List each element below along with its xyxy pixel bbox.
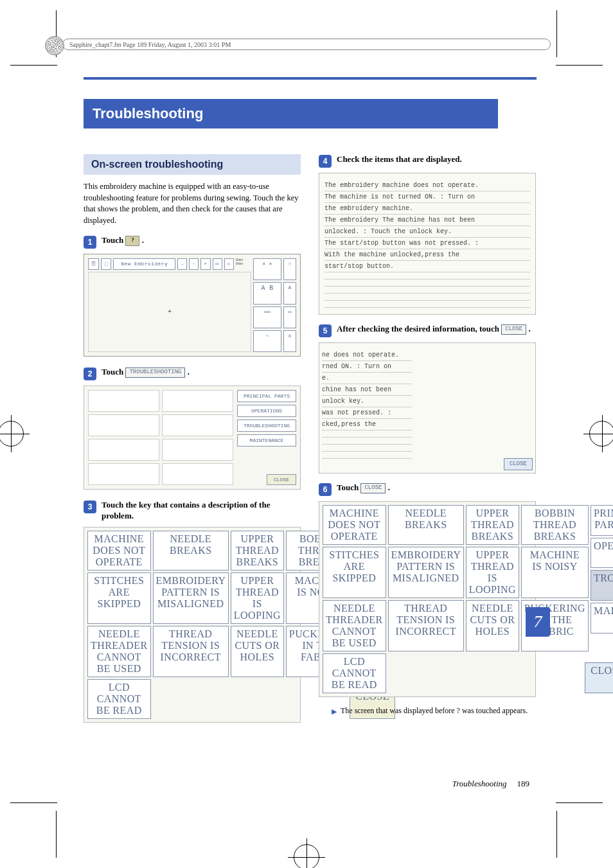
maintenance-button[interactable]: MAINTENANCE	[237, 434, 296, 447]
footer-page: 189	[517, 779, 530, 789]
pdf-header: Sapphire_chapt7.fm Page 189 Friday, Augu…	[62, 39, 551, 50]
problem-key[interactable]: UPPER THREAD BREAKS	[231, 531, 284, 571]
step-2-text: Touch TROUBLESHOOTING .	[102, 367, 190, 378]
chapter-tab: 7	[526, 607, 550, 637]
message-box-full: The embroidery machine does not operate.…	[319, 173, 536, 315]
operations-button[interactable]: OPERATIONS	[237, 405, 296, 417]
page-footer: Troubleshooting 189	[84, 775, 529, 789]
step-number-1: 1	[84, 236, 96, 249]
step-number-3: 3	[84, 500, 96, 513]
help-icon[interactable]: ?	[125, 236, 139, 246]
registration-mark	[0, 421, 24, 447]
section-title: Troubleshooting	[84, 99, 498, 128]
problem-key[interactable]: UPPER THREAD IS LOOPING	[231, 572, 284, 624]
close-button[interactable]: CLOSE	[504, 458, 533, 471]
step-1-text: Touch ? .	[102, 235, 144, 246]
close-button[interactable]: CLOSE	[585, 662, 613, 693]
screen-illustration-2: PRINCIPAL PARTS OPERATIONS TROUBLESHOOTI…	[84, 385, 301, 490]
operations-button[interactable]: OPERATIONS	[591, 538, 613, 569]
troubleshooting-button[interactable]: TROUBLESHOOTING	[125, 368, 185, 378]
close-button[interactable]: CLOSE	[267, 474, 296, 485]
registration-mark	[294, 844, 319, 868]
sub-heading: On-screen troubleshooting	[84, 154, 301, 175]
step-3-text: Touch the key that contains a descriptio…	[102, 500, 301, 522]
close-button[interactable]: CLOSE	[501, 324, 526, 335]
step-number-2: 2	[84, 368, 96, 380]
step-number-6: 6	[319, 483, 332, 496]
problem-key[interactable]: MACHINE DOES NOT OPERATE	[87, 531, 151, 571]
problem-key[interactable]: STITCHES ARE SKIPPED	[87, 572, 151, 624]
result-note: ▶ The screen that was displayed before ?…	[319, 706, 536, 716]
problem-key[interactable]: UPPER THREAD BREAKS	[466, 505, 519, 545]
step-5-text: After checking the desired information, …	[337, 324, 531, 335]
screen-illustration-6: MACHINE DOES NOT OPERATENEEDLE BREAKSUPP…	[319, 501, 536, 697]
step-number-4: 4	[319, 155, 332, 168]
problem-key[interactable]: BOBBIN THREAD BREAKS	[521, 505, 589, 545]
problem-key[interactable]: STITCHES ARE SKIPPED	[323, 547, 386, 598]
troubleshooting-button[interactable]: TROUBLESHOOTING	[591, 570, 613, 601]
message-box-partial: ne does not operate.rned ON. : Turn one.…	[319, 342, 536, 474]
help-icon: ?	[457, 706, 460, 715]
close-button[interactable]: CLOSE	[360, 483, 386, 493]
principal-parts-button[interactable]: PRINCIPAL PARTS	[237, 390, 296, 402]
intro-text: This embroidery machine is equipped with…	[84, 181, 301, 226]
problem-key[interactable]: EMBROIDERY PATTERN IS MISALIGNED	[388, 547, 464, 598]
problem-key[interactable]: LCD CANNOT BE READ	[323, 653, 386, 693]
problem-key[interactable]: LCD CANNOT BE READ	[87, 679, 151, 719]
problem-key[interactable]: MACHINE DOES NOT OPERATE	[323, 505, 386, 545]
problem-key[interactable]: NEEDLE THREADER CANNOT BE USED	[87, 626, 151, 677]
header-text: Sapphire_chapt7.fm Page 189 Friday, Augu…	[69, 41, 231, 48]
screen-illustration-1: ☰ ⬚ New Embroidery - · + ▭ ⇔ 0mm0mm +	[84, 254, 301, 357]
problem-key[interactable]: THREAD TENSION IS INCORRECT	[153, 626, 229, 677]
registration-mark	[589, 421, 613, 447]
problem-key[interactable]: UPPER THREAD IS LOOPING	[466, 547, 519, 598]
problem-key[interactable]: NEEDLE THREADER CANNOT BE USED	[323, 600, 386, 651]
troubleshooting-button[interactable]: TROUBLESHOOTING	[237, 420, 296, 432]
problem-key[interactable]: NEEDLE CUTS OR HOLES	[466, 600, 519, 651]
problem-key[interactable]: NEEDLE BREAKS	[388, 505, 464, 545]
screen-illustration-3: MACHINE DOES NOT OPERATENEEDLE BREAKSUPP…	[84, 527, 301, 723]
problem-key[interactable]: NEEDLE BREAKS	[153, 531, 229, 571]
step-6-text: Touch CLOSE .	[337, 483, 390, 493]
problem-key[interactable]: MACHINE IS NOISY	[521, 547, 589, 598]
problem-key[interactable]: NEEDLE CUTS OR HOLES	[231, 626, 284, 677]
problem-key[interactable]: THREAD TENSION IS INCORRECT	[388, 600, 464, 651]
divider	[84, 77, 537, 80]
step-4-text: Check the items that are displayed.	[337, 154, 462, 165]
triangle-icon: ▶	[332, 707, 337, 716]
principal-parts-button[interactable]: PRINCIPAL PARTS	[591, 505, 613, 536]
step-number-5: 5	[319, 324, 332, 337]
maintenance-button[interactable]: MAINTENANCE	[591, 603, 613, 633]
problem-key[interactable]: EMBROIDERY PATTERN IS MISALIGNED	[153, 572, 229, 624]
footer-title: Troubleshooting	[452, 779, 507, 789]
